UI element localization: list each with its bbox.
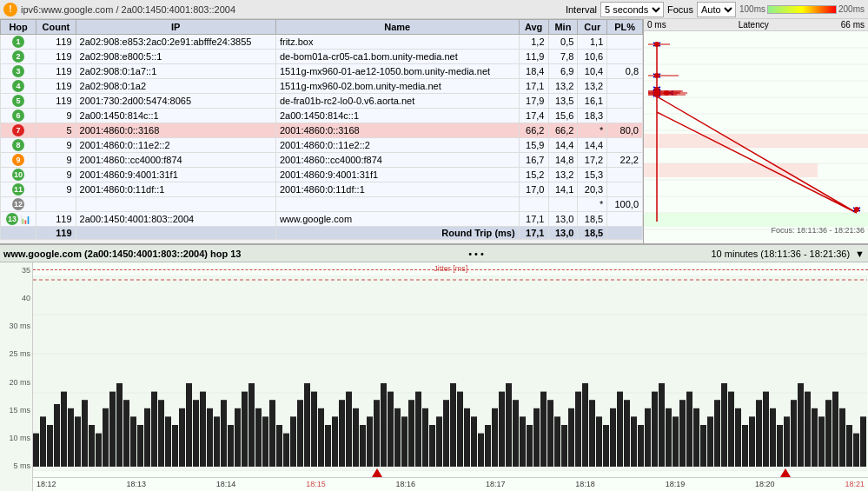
table-row: 992001:4860::cc4000:f8742001:4860::cc400… xyxy=(1,153,643,168)
svg-rect-14 xyxy=(644,213,868,227)
interval-label: Interval xyxy=(566,4,597,15)
bar xyxy=(540,392,547,467)
col-hop: Hop xyxy=(1,20,36,35)
cell-avg: 15,9 xyxy=(519,138,548,153)
cell-name: 1511g-mx960-01-ae12-1050.bom.unity-media… xyxy=(275,64,519,79)
alert-icon: ! xyxy=(3,3,17,17)
bar xyxy=(638,425,644,467)
bar xyxy=(485,425,491,467)
hop-cell: 5 xyxy=(1,94,36,109)
cell-count: 119 xyxy=(36,212,76,227)
cell-min xyxy=(548,197,578,212)
bar xyxy=(436,416,442,467)
cell-count: 9 xyxy=(36,168,76,182)
x-label-1820: 18:20 xyxy=(755,480,775,491)
interval-select[interactable]: 5 seconds xyxy=(600,2,664,17)
cell-name: 2001:4860:0::3168 xyxy=(275,123,519,138)
bar xyxy=(812,408,818,467)
hop-cell: 2 xyxy=(1,50,36,64)
bar xyxy=(75,416,81,467)
bar xyxy=(408,400,414,467)
bar xyxy=(297,400,303,467)
cell-name: 2001:4860:0:11df::1 xyxy=(275,182,519,197)
bar xyxy=(381,383,387,467)
bar xyxy=(693,408,699,467)
x-label-1817: 18:17 xyxy=(486,480,506,491)
bar xyxy=(832,392,838,467)
bar xyxy=(235,408,241,467)
bar xyxy=(353,408,359,467)
cell-pl xyxy=(607,50,643,64)
bar xyxy=(805,392,811,467)
bar xyxy=(151,392,157,467)
col-pl: PL% xyxy=(607,20,643,35)
y-label-25ms: 25 ms xyxy=(2,349,30,358)
cell-pl xyxy=(607,94,643,109)
cell-name: fritz.box xyxy=(275,35,519,50)
bar xyxy=(714,400,720,467)
bar xyxy=(652,392,658,467)
cell-name: www.google.com xyxy=(275,212,519,227)
hop-cell: 12 xyxy=(1,197,36,212)
bar xyxy=(61,392,67,467)
chart-ms-right: 66 ms xyxy=(841,20,865,30)
bar xyxy=(554,416,560,467)
bar xyxy=(756,400,762,467)
bar xyxy=(325,425,331,467)
focus-select[interactable]: Auto xyxy=(697,2,736,17)
bar-chart-svg xyxy=(33,275,867,471)
bar xyxy=(68,408,74,467)
cell-avg: 15,2 xyxy=(519,168,548,182)
bar xyxy=(311,392,317,467)
bar xyxy=(589,400,595,467)
bottom-expand-icon[interactable]: ▼ xyxy=(855,249,865,259)
hop-cell xyxy=(1,227,36,240)
cell-min: 66,2 xyxy=(548,123,578,138)
cell-cur: * xyxy=(578,197,607,212)
bar xyxy=(429,425,435,467)
cell-ip: 2a02:908:0:1a2 xyxy=(76,79,275,94)
svg-point-54 xyxy=(854,207,859,212)
cell-avg: 17,0 xyxy=(519,182,548,197)
bar xyxy=(179,408,185,467)
bar xyxy=(82,400,88,467)
bar xyxy=(200,392,206,467)
cell-min: 14,1 xyxy=(548,182,578,197)
cell-ip: 2001:4860::cc4000:f874 xyxy=(76,153,275,168)
cell-cur: 14,4 xyxy=(578,138,607,153)
bottom-more-icon[interactable]: • • • xyxy=(468,249,484,259)
bar xyxy=(547,400,553,467)
hop-cell: 7 xyxy=(1,123,36,138)
cell-count: 9 xyxy=(36,109,76,123)
bar xyxy=(742,425,748,467)
y-label-10ms: 10 ms xyxy=(2,434,30,442)
bar xyxy=(721,383,727,467)
cell-ip: 2a00:1450:814c::1 xyxy=(76,109,275,123)
latency-chart-area: 0 ms Latency 66 ms xyxy=(643,19,868,243)
table-row: 21192a02:908:e800:5::1de-bom01a-cr05-ca1… xyxy=(1,50,643,64)
bar xyxy=(137,425,143,467)
hop-cell: 9 xyxy=(1,153,36,168)
bar xyxy=(89,425,95,467)
bar xyxy=(54,404,60,467)
cell-name: 2001:4860:0::11e2::2 xyxy=(275,138,519,153)
cell-min: 13,5 xyxy=(548,94,578,109)
svg-rect-12 xyxy=(644,134,868,148)
focus-label: Focus xyxy=(667,4,693,15)
bar xyxy=(610,408,616,467)
col-count: Count xyxy=(36,20,76,35)
red-marker-1816 xyxy=(372,468,382,477)
main-area: Hop Count IP Name Avg Min Cur PL% 11192a… xyxy=(0,19,868,243)
hop-cell: 13📊 xyxy=(1,212,36,227)
cell-min: 14,4 xyxy=(548,138,578,153)
cell-pl xyxy=(607,138,643,153)
bar xyxy=(575,392,581,467)
bar xyxy=(262,416,268,467)
bar xyxy=(673,416,679,467)
cell-cur: 10,4 xyxy=(578,64,607,79)
svg-point-49 xyxy=(654,73,659,78)
hop-cell: 3 xyxy=(1,64,36,79)
col-cur: Cur xyxy=(578,20,607,35)
chart-ms-left: 0 ms xyxy=(647,20,666,30)
cell-pl xyxy=(607,35,643,50)
